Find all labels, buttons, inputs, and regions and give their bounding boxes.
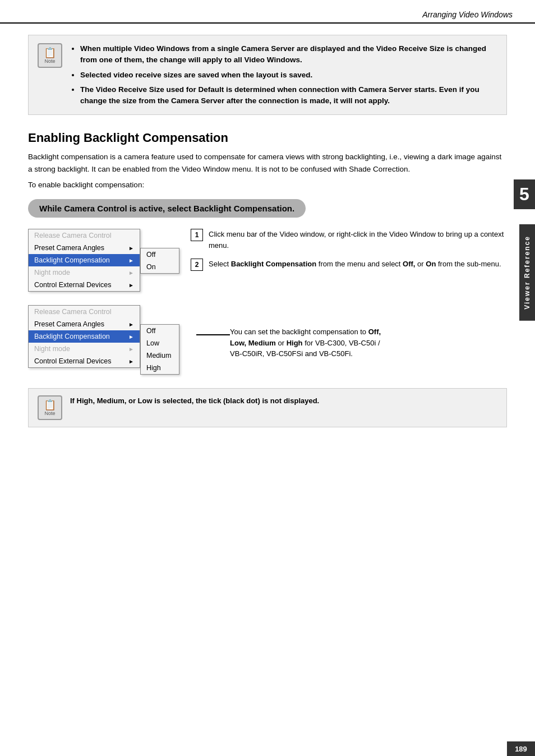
step-banner: While Camera Control is active, select B… [28, 199, 306, 218]
menu-mockup-2: Release Camera Control Preset Camera Ang… [28, 305, 179, 375]
note-icon-1: 📋 Note [38, 43, 62, 68]
menu2-item-night: Night mode ► [29, 343, 140, 355]
note-symbol: 📋 [44, 48, 56, 58]
arrow2-night: ► [128, 346, 134, 352]
note-box-2: 📋 Note If High, Medium, or Low is select… [28, 388, 507, 427]
submenu2-high[interactable]: High [141, 362, 179, 374]
submenu2-off[interactable]: Off [141, 325, 179, 337]
note-box-1: 📋 Note When multiple Video Windows from … [28, 35, 507, 115]
submenu-1: Off On [140, 248, 179, 274]
instruction-row-2: Release Camera Control Preset Camera Ang… [28, 305, 507, 375]
menu-item-night: Night mode ► [29, 266, 140, 279]
menu-item-control: Control External Devices ► [29, 279, 140, 291]
instruction-row-1: Release Camera Control Preset Camera Ang… [28, 229, 507, 292]
annotation-line [196, 334, 230, 335]
steps-column: 1 Click menu bar of the Video window, or… [191, 229, 507, 279]
note-bullet-2: Selected video receive sizes are saved w… [80, 70, 497, 81]
arrow-backlight: ► [128, 257, 134, 264]
to-enable-text: To enable backlight compensation: [28, 181, 507, 189]
menu2-item-backlight[interactable]: Backlight Compensation ► [29, 330, 140, 343]
submenu-off[interactable]: Off [141, 248, 179, 261]
viewer-reference-tab: Viewer Reference [519, 224, 535, 321]
note-bullet-3: The Video Receive Size used for Default … [80, 84, 497, 107]
context-menu-2: Release Camera Control Preset Camera Ang… [28, 305, 140, 368]
chapter-number: 5 [514, 179, 535, 209]
menu-mockup-1: Release Camera Control Preset Camera Ang… [28, 229, 179, 292]
menu-item-backlight[interactable]: Backlight Compensation ► [29, 254, 140, 266]
arrow-preset: ► [128, 245, 134, 251]
step-text-1: Click menu bar of the Video window, or r… [209, 229, 507, 251]
menu-item-preset: Preset Camera Angles ► [29, 242, 140, 254]
menu2-item-control: Control External Devices ► [29, 355, 140, 367]
note-icon-2: 📋 Note [38, 395, 62, 420]
note-content-1: When multiple Video Windows from a singl… [70, 43, 497, 107]
menu-item-release: Release Camera Control [29, 229, 140, 242]
arrow-control: ► [128, 282, 134, 288]
step-num-2: 2 [191, 259, 203, 271]
note-text-2: If High, Medium, or Low is selected, the… [70, 395, 319, 407]
submenu2-low[interactable]: Low [141, 337, 179, 349]
step-num-1: 1 [191, 229, 203, 241]
annotation-text: You can set the backlight compensation t… [230, 326, 387, 359]
menu2-item-preset: Preset Camera Angles ► [29, 318, 140, 330]
arrow2-backlight: ► [128, 334, 134, 340]
submenu-2: Off Low Medium High [140, 324, 179, 375]
step-2: 2 Select Backlight Compensation from the… [191, 259, 507, 271]
arrow2-control: ► [128, 358, 134, 365]
note-symbol-2: 📋 [44, 400, 56, 410]
step-text-2: Select Backlight Compensation from the m… [209, 259, 501, 270]
context-menu-1: Release Camera Control Preset Camera Ang… [28, 229, 140, 292]
section-heading: Enabling Backlight Compensation [28, 131, 507, 145]
submenu2-medium[interactable]: Medium [141, 349, 179, 362]
step-1: 1 Click menu bar of the Video window, or… [191, 229, 507, 251]
arrow-night: ► [128, 270, 134, 276]
menu2-item-release: Release Camera Control [29, 306, 140, 318]
annotation-area: You can set the backlight compensation t… [196, 326, 387, 359]
header-title: Arranging Video Windows [422, 10, 513, 19]
page-header: Arranging Video Windows [0, 0, 535, 24]
page-number: 189 [507, 741, 535, 756]
note-bullet-1: When multiple Video Windows from a singl… [80, 43, 497, 66]
submenu-on[interactable]: On [141, 261, 179, 273]
section-body: Backlight compensation is a camera featu… [28, 151, 507, 175]
arrow2-preset: ► [128, 321, 134, 328]
